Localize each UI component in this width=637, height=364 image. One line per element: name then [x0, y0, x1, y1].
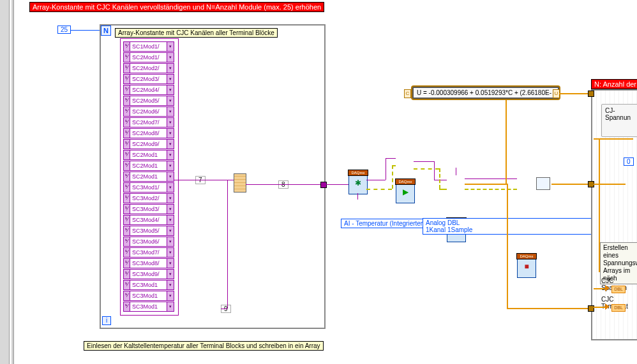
io-channel-row[interactable]: ⅟SC3Mod1▾ — [123, 302, 174, 312]
canvas-left-margin — [0, 0, 10, 364]
daqmx-header: DAQmx — [348, 170, 368, 176]
chevron-down-icon[interactable]: ▾ — [167, 118, 174, 127]
io-channel-row[interactable]: ⅟SC2Mod4/▾ — [123, 85, 174, 95]
io-type-icon: ⅟ — [124, 64, 130, 73]
chevron-down-icon[interactable]: ▾ — [167, 85, 174, 94]
io-channel-row[interactable]: ⅟SC2Mod1▾ — [123, 150, 174, 160]
io-type-icon: ⅟ — [124, 226, 130, 235]
chevron-down-icon[interactable]: ▾ — [167, 302, 174, 311]
io-channel-row[interactable]: ⅟SC3Mod9/▾ — [123, 269, 174, 279]
loop-i-terminal: i — [102, 316, 111, 325]
io-channel-row[interactable]: ⅟SC3Mod8/▾ — [123, 258, 174, 268]
io-channel-row[interactable]: ⅟SC2Mod1/▾ — [123, 52, 174, 62]
chevron-down-icon[interactable]: ▾ — [167, 96, 174, 105]
chevron-down-icon[interactable]: ▾ — [167, 183, 174, 192]
right-cluster-label: CJ-Spannun — [605, 107, 637, 121]
io-type-icon: ⅟ — [124, 172, 130, 181]
daqmx-header-clear: DAQmx — [516, 253, 537, 259]
io-channel-row[interactable]: ⅟SC2Mod2/▾ — [123, 63, 174, 73]
io-type-icon: ⅟ — [124, 118, 130, 127]
helper-subvi — [536, 177, 550, 190]
chevron-down-icon[interactable]: ▾ — [167, 248, 174, 257]
io-type-icon: ⅟ — [124, 107, 130, 116]
chevron-down-icon[interactable]: ▾ — [167, 291, 174, 300]
build-array-node — [234, 173, 246, 193]
io-channel-row[interactable]: ⅟SC3Mod1▾ — [123, 280, 174, 290]
read-mode-line1: Analog DBL — [426, 219, 460, 226]
chevron-down-icon[interactable]: ▾ — [167, 194, 174, 203]
io-channel-row[interactable]: ⅟SC2Mod3/▾ — [123, 74, 174, 84]
io-channel-name: SC3Mod7/ — [130, 248, 167, 257]
daqmx-clear-task: DAQmx ■ — [517, 259, 536, 278]
chevron-down-icon[interactable]: ▾ — [167, 270, 174, 279]
io-type-icon: ⅟ — [124, 140, 130, 149]
cjc-temperatur-indicator: DBL — [611, 304, 626, 312]
chevron-down-icon[interactable]: ▾ — [167, 205, 174, 214]
io-type-icon: ⅟ — [124, 205, 130, 214]
indicator-arrow-2 — [605, 303, 610, 310]
io-channel-row[interactable]: ⅟SC1Mod1/▾ — [123, 41, 174, 52]
chevron-down-icon[interactable]: ▾ — [167, 42, 174, 51]
loop-n-terminal: N — [101, 25, 111, 36]
io-channel-row[interactable]: ⅟SC3Mod4/▾ — [123, 215, 174, 225]
chevron-down-icon[interactable]: ▾ — [167, 129, 174, 138]
expression-node[interactable]: U = -0.000309966 + 0.0519293*C + (2.6618… — [412, 87, 559, 99]
io-channel-row[interactable]: ⅟SC2Mod5/▾ — [123, 96, 174, 106]
io-channel-row[interactable]: ⅟SC3Mod6/▾ — [123, 237, 174, 247]
io-channel-row[interactable]: ⅟SC3Mod3/▾ — [123, 204, 174, 214]
chevron-down-icon[interactable]: ▾ — [167, 64, 174, 73]
io-channel-name: SC3Mod6/ — [130, 237, 167, 246]
chevron-down-icon[interactable]: ▾ — [167, 161, 174, 170]
io-channel-row[interactable]: ⅟SC3Mod7/▾ — [123, 247, 174, 258]
io-type-icon: ⅟ — [124, 96, 130, 105]
io-channel-row[interactable]: ⅟SC2Mod1▾ — [123, 161, 174, 171]
io-channel-name: SC3Mod1 — [130, 302, 167, 311]
expr-in-c: C — [404, 89, 411, 98]
chevron-down-icon[interactable]: ▾ — [167, 259, 174, 268]
io-channel-array[interactable]: ⅟SC1Mod1/▾⅟SC2Mod1/▾⅟SC2Mod2/▾⅟SC2Mod3/▾… — [120, 38, 179, 316]
array-constant-label: Array-Konstante mit CJC Kanälen aller Te… — [115, 28, 278, 38]
loop-output-tunnel — [320, 182, 327, 188]
chevron-down-icon[interactable]: ▾ — [167, 150, 174, 159]
io-channel-row[interactable]: ⅟SC2Mod7/▾ — [123, 117, 174, 127]
io-channel-row[interactable]: ⅟SC2Mod8/▾ — [123, 128, 174, 138]
chevron-down-icon[interactable]: ▾ — [167, 237, 174, 246]
io-channel-name: SC2Mod8/ — [130, 129, 167, 138]
io-channel-name: SC3Mod1 — [130, 291, 167, 300]
zero-constant[interactable]: 0 — [624, 157, 634, 166]
chevron-down-icon[interactable]: ▾ — [167, 280, 174, 289]
chevron-down-icon[interactable]: ▾ — [167, 172, 174, 181]
io-channel-name: SC2Mod3/ — [130, 75, 167, 84]
io-type-icon: ⅟ — [124, 302, 130, 311]
io-channel-row[interactable]: ⅟SC2Mod6/▾ — [123, 106, 174, 117]
io-channel-name: SC2Mod5/ — [130, 96, 167, 105]
bottom-comment: Einlesen der Kaltstellentemperatur aller… — [84, 341, 324, 351]
chevron-down-icon[interactable]: ▾ — [167, 226, 174, 235]
warning-banner: Array-Konstante mit CJC Kanälen vervolls… — [29, 2, 324, 12]
io-channel-row[interactable]: ⅟SC2Mod1▾ — [123, 171, 174, 182]
io-channel-name: SC2Mod9/ — [130, 140, 167, 149]
io-channel-name: SC3Mod9/ — [130, 270, 167, 279]
chevron-down-icon[interactable]: ▾ — [167, 75, 174, 84]
io-channel-row[interactable]: ⅟SC3Mod5/▾ — [123, 226, 174, 236]
io-channel-row[interactable]: ⅟SC3Mod1/▾ — [123, 182, 174, 193]
io-channel-name: SC2Mod6/ — [130, 107, 167, 116]
loop-count-constant[interactable]: 25 — [57, 25, 71, 34]
io-channel-row[interactable]: ⅟SC2Mod9/▾ — [123, 139, 174, 149]
io-channel-row[interactable]: ⅟SC3Mod2/▾ — [123, 193, 174, 203]
chevron-down-icon[interactable]: ▾ — [167, 53, 174, 62]
chevron-down-icon[interactable]: ▾ — [167, 140, 174, 149]
io-channel-name: SC2Mod1/ — [130, 53, 167, 62]
daqmx-header-start: DAQmx — [395, 178, 416, 185]
io-channel-row[interactable]: ⅟SC3Mod1▾ — [123, 291, 174, 301]
io-channel-name: SC3Mod3/ — [130, 205, 167, 214]
cjc-spannung-indicator: DBL — [611, 286, 626, 293]
io-channel-name: SC2Mod1 — [130, 161, 167, 170]
io-type-icon: ⅟ — [124, 248, 130, 257]
chevron-down-icon[interactable]: ▾ — [167, 215, 174, 224]
io-type-icon: ⅟ — [124, 215, 130, 224]
chevron-down-icon[interactable]: ▾ — [167, 107, 174, 116]
io-channel-name: SC2Mod4/ — [130, 85, 167, 94]
io-channel-name: SC3Mod4/ — [130, 215, 167, 224]
io-channel-name: SC3Mod8/ — [130, 259, 167, 268]
